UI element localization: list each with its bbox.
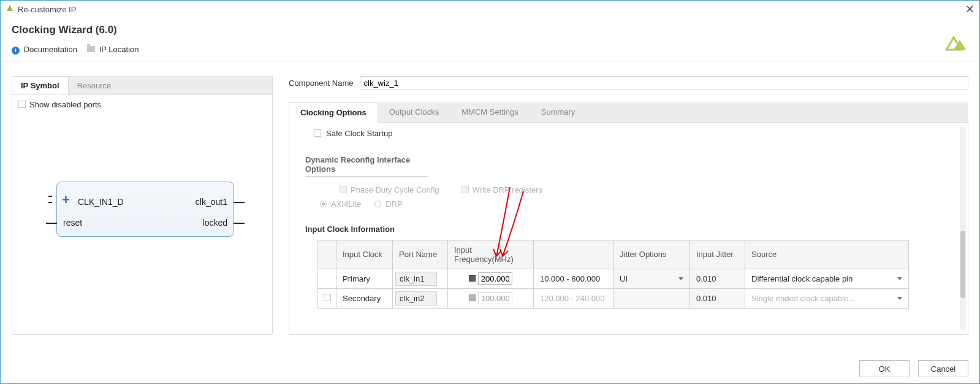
folder-icon bbox=[87, 46, 95, 52]
ip-symbol: + CLK_IN1_D reset clk_out1 locked bbox=[56, 182, 234, 237]
primary-range: 10.000 - 800.000 bbox=[534, 269, 613, 288]
th-jitter-options: Jitter Options bbox=[613, 240, 690, 269]
safe-clock-startup-checkbox[interactable] bbox=[314, 129, 321, 137]
app-icon bbox=[6, 4, 14, 15]
scrollbar-thumb[interactable] bbox=[960, 231, 965, 298]
window-title: Re-customize IP bbox=[18, 5, 76, 14]
th-range bbox=[534, 240, 613, 269]
axi4lite-label: AXI4Lite bbox=[331, 199, 361, 209]
tab-clocking-options[interactable]: Clocking Options bbox=[289, 102, 378, 123]
scrollbar[interactable] bbox=[960, 126, 966, 331]
expand-bus-icon[interactable]: + bbox=[62, 194, 74, 206]
table-row-secondary: Secondary clk_in2 120.000 - 240.000 0.01… bbox=[318, 288, 909, 308]
th-input-freq: Input Frequency(MHz) bbox=[448, 240, 534, 269]
drp-label: DRP bbox=[386, 199, 402, 209]
th-port-name: Port Name bbox=[393, 240, 448, 269]
secondary-source-select: Single ended clock capable... bbox=[751, 294, 902, 303]
chevron-down-icon bbox=[678, 277, 683, 280]
page-title: Clocking Wizard (6.0) bbox=[12, 24, 968, 36]
port-clk-out1: clk_out1 bbox=[196, 197, 227, 207]
write-drp-label: Write DRP registers bbox=[473, 185, 542, 194]
th-blank bbox=[318, 240, 336, 269]
left-pane: IP Symbol Resource Show disabled ports +… bbox=[12, 76, 273, 335]
secondary-label: Secondary bbox=[336, 288, 393, 308]
component-name-input[interactable] bbox=[360, 76, 969, 90]
phase-duty-label: Phase Duty Cycle Config bbox=[351, 185, 439, 194]
secondary-enable-checkbox[interactable] bbox=[324, 294, 331, 301]
tab-resource[interactable]: Resource bbox=[69, 77, 120, 94]
page-header: Clocking Wizard (6.0) bbox=[1, 18, 979, 41]
primary-label: Primary bbox=[336, 269, 393, 288]
titlebar: Re-customize IP ✕ bbox=[1, 1, 979, 18]
primary-jitter[interactable]: 0.010 bbox=[690, 269, 745, 288]
ok-button[interactable]: OK bbox=[859, 360, 910, 377]
chevron-down-icon bbox=[897, 277, 902, 280]
right-pane: Component Name Clocking Options Output C… bbox=[289, 76, 968, 335]
phase-duty-checkbox bbox=[340, 186, 347, 193]
tab-mmcm-settings[interactable]: MMCM Settings bbox=[450, 102, 530, 122]
tab-output-clocks[interactable]: Output Clocks bbox=[378, 102, 451, 122]
close-icon[interactable]: ✕ bbox=[965, 2, 974, 16]
secondary-freq-lock-icon bbox=[469, 294, 476, 301]
port-clk-in1-d: CLK_IN1_D bbox=[78, 197, 124, 207]
th-input-clock: Input Clock bbox=[336, 240, 393, 269]
th-source: Source bbox=[745, 240, 909, 269]
axi4lite-radio bbox=[320, 201, 327, 207]
tab-content: Safe Clock Startup Dynamic Reconfig Inte… bbox=[289, 123, 968, 335]
chevron-down-icon bbox=[897, 297, 902, 300]
vendor-logo bbox=[941, 35, 966, 55]
secondary-jitter: 0.010 bbox=[690, 288, 745, 308]
primary-source-select[interactable]: Differential clock capable pin bbox=[751, 274, 902, 283]
safe-clock-startup-label: Safe Clock Startup bbox=[326, 129, 392, 138]
documentation-link[interactable]: i Documentation bbox=[12, 45, 77, 55]
component-name-label: Component Name bbox=[289, 79, 354, 88]
input-clock-info-heading: Input Clock Information bbox=[305, 225, 952, 234]
primary-freq-lock-icon[interactable] bbox=[469, 275, 476, 282]
port-locked: locked bbox=[203, 218, 227, 228]
show-disabled-ports-label: Show disabled ports bbox=[29, 100, 101, 109]
secondary-port: clk_in2 bbox=[395, 291, 437, 305]
drp-radio bbox=[374, 201, 381, 207]
secondary-freq-input bbox=[478, 292, 512, 304]
port-reset: reset bbox=[63, 218, 82, 228]
write-drp-checkbox bbox=[462, 186, 469, 193]
show-disabled-ports-checkbox[interactable] bbox=[18, 101, 26, 108]
tab-ip-symbol[interactable]: IP Symbol bbox=[12, 77, 69, 94]
jitter-options-select[interactable]: UI bbox=[620, 274, 683, 283]
info-icon: i bbox=[12, 47, 20, 55]
th-input-jitter: Input Jitter bbox=[690, 240, 745, 269]
secondary-range: 120.000 - 240.000 bbox=[534, 288, 613, 308]
ip-location-link[interactable]: IP Location bbox=[87, 45, 139, 54]
input-clock-table: Input Clock Port Name Input Frequency(MH… bbox=[317, 240, 909, 309]
cancel-button[interactable]: Cancel bbox=[918, 360, 968, 377]
header-meta: i Documentation IP Location bbox=[1, 41, 979, 61]
primary-port[interactable]: clk_in1 bbox=[395, 272, 437, 286]
table-row-primary: Primary clk_in1 10.000 - 800.000 UI 0.01… bbox=[318, 269, 909, 288]
primary-freq-input[interactable] bbox=[478, 272, 512, 285]
dynamic-reconfig-heading: Dynamic Reconfig Interface Options bbox=[305, 155, 428, 177]
tab-summary[interactable]: Summary bbox=[530, 102, 587, 122]
